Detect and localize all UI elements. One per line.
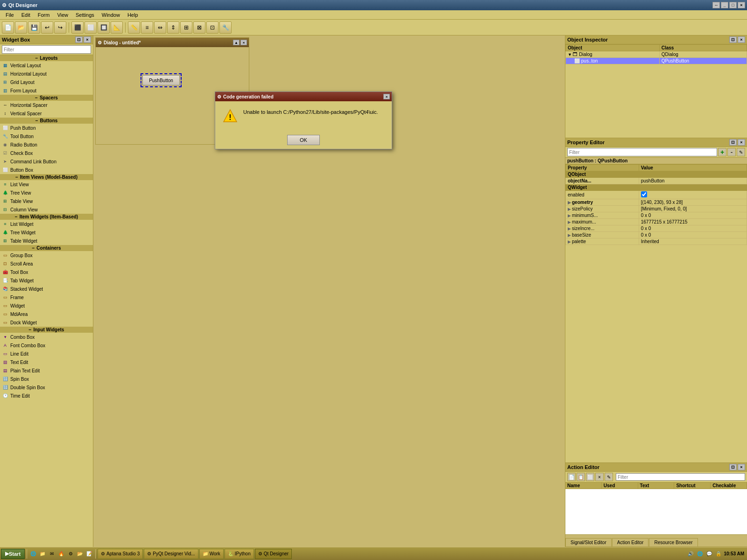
category-item-views[interactable]: Item Views (Model-Based) [0, 174, 93, 180]
toolbar-layout3[interactable]: 🔲 [98, 21, 110, 34]
prop-row-palette[interactable]: ▶palette Inherited [566, 238, 747, 245]
widget-tool-button[interactable]: 🔧 Tool Button [0, 132, 93, 140]
widget-command-link-button[interactable]: ➤ Command Link Button [0, 157, 93, 166]
category-buttons[interactable]: Buttons [0, 118, 93, 124]
widget-mdi-area[interactable]: ▭ MdiArea [0, 310, 93, 318]
action-new-btn[interactable]: 📄 [567, 473, 576, 481]
quicklaunch-1[interactable]: 🌐 [29, 550, 37, 558]
taskbar-qtdesigner[interactable]: ⚙ Qt Designer [255, 549, 292, 559]
maximize-button[interactable]: □ [729, 2, 737, 8]
category-spacers[interactable]: Spacers [0, 95, 93, 101]
toolbar-save[interactable]: 💾 [28, 21, 40, 34]
widget-time-edit[interactable]: 🕐 Time Edit [0, 392, 93, 400]
pushbutton[interactable]: PushButton [142, 75, 180, 85]
toolbar-align4[interactable]: ⇕ [167, 21, 179, 34]
widget-vertical-spacer[interactable]: ↕ Vertical Spacer [0, 109, 93, 118]
start-button[interactable]: ▶ Start [1, 549, 25, 559]
prop-row-geometry[interactable]: ▶geometry [(140, 230), 93 x 28] [566, 199, 747, 206]
category-layouts[interactable]: Layouts [0, 55, 93, 61]
widget-button-box[interactable]: ⬜ Button Box [0, 166, 93, 174]
widget-dock-widget[interactable]: ▭ Dock Widget [0, 318, 93, 327]
expand-geometry[interactable]: ▶ [568, 200, 571, 205]
widget-spin-box[interactable]: 🔢 Spin Box [0, 375, 93, 383]
toolbar-align1[interactable]: 📏 [128, 21, 140, 34]
tab-resource-browser[interactable]: Resource Browser [649, 538, 698, 546]
toolbar-layout2[interactable]: ⬜ [85, 21, 97, 34]
quicklaunch-5[interactable]: ⚙ [66, 550, 75, 558]
expand-basesize[interactable]: ▶ [568, 233, 571, 238]
property-edit-btn[interactable]: ✎ [737, 148, 745, 156]
property-filter-input[interactable] [567, 148, 717, 156]
property-add-btn[interactable]: + [718, 148, 726, 156]
prop-row-objectname[interactable]: objectNa... pushButton [566, 178, 747, 184]
widget-widget[interactable]: ▭ Widget [0, 301, 93, 310]
widget-line-edit[interactable]: ▭ Line Edit [0, 350, 93, 358]
quicklaunch-7[interactable]: 📝 [85, 550, 93, 558]
widget-vertical-layout[interactable]: ▦ Vertical Layout [0, 61, 93, 70]
menu-settings[interactable]: Settings [72, 12, 98, 18]
toolbar-open[interactable]: 📂 [15, 21, 27, 34]
action-copy-btn[interactable]: 📋 [577, 473, 585, 481]
dialog-close[interactable]: × [240, 40, 247, 45]
taskbar-work[interactable]: 📁 Work [199, 549, 224, 559]
tab-signal-slot-editor[interactable]: Signal/Slot Editor [565, 538, 612, 546]
taskbar-pyqt[interactable]: ⚙ PyQt Designer Vid... [144, 549, 198, 559]
widget-form-layout[interactable]: ▥ Form Layout [0, 86, 93, 95]
widget-box-float[interactable]: ⊡ [75, 36, 83, 43]
widget-box-close[interactable]: × [84, 36, 91, 43]
menu-view[interactable]: View [53, 12, 72, 18]
widget-filter-input[interactable] [2, 45, 91, 54]
widget-list-widget[interactable]: ≡ List Widget [0, 220, 93, 228]
widget-push-button[interactable]: ⬜ Push Button [0, 124, 93, 132]
action-editor-float[interactable]: ⊡ [729, 464, 737, 470]
widget-double-spin-box[interactable]: 🔢 Double Spin Box [0, 383, 93, 392]
toolbar-grid[interactable]: ⊞ [180, 21, 192, 34]
systray-3[interactable]: 💬 [705, 550, 713, 558]
systray-4[interactable]: 🔒 [714, 550, 723, 558]
quicklaunch-2[interactable]: 📁 [38, 550, 47, 558]
widget-tree-widget[interactable]: 🌲 Tree Widget [0, 228, 93, 237]
taskbar-ipython[interactable]: 🐍 IPython [225, 549, 254, 559]
object-inspector-close[interactable]: × [738, 36, 745, 43]
toolbar-layout1[interactable]: ⬛ [71, 21, 84, 34]
property-editor-float[interactable]: ⊡ [729, 139, 737, 146]
widget-horizontal-spacer[interactable]: ↔ Horizontal Spacer [0, 101, 93, 109]
canvas-area[interactable]: ⚙ Dialog - untitled* ▲ × PushButton ⚙ Co… [93, 35, 565, 547]
widget-text-edit[interactable]: ▤ Text Edit [0, 358, 93, 366]
close-button[interactable]: × [738, 2, 745, 8]
prop-row-minimumsize[interactable]: ▶minimumS... 0 x 0 [566, 212, 747, 219]
expand-sizepolicy[interactable]: ▶ [568, 207, 571, 211]
inspector-row-dialog[interactable]: ▼ 🗖 Dialog QDialog [566, 51, 747, 58]
systray-2[interactable]: 🌐 [696, 550, 704, 558]
widget-column-view[interactable]: ⊟ Column View [0, 205, 93, 214]
resize-button[interactable]: ↔ [712, 2, 720, 8]
object-inspector-float[interactable]: ⊡ [729, 36, 737, 43]
menu-help[interactable]: Help [124, 12, 142, 18]
toolbar-extra[interactable]: 🔧 [219, 21, 232, 34]
ok-button[interactable]: OK [287, 135, 320, 145]
menu-file[interactable]: File [2, 12, 18, 18]
action-editor-close[interactable]: × [738, 464, 745, 470]
prop-value[interactable] [639, 191, 747, 199]
widget-horizontal-layout[interactable]: ▤ Horizontal Layout [0, 70, 93, 78]
toolbar-align3[interactable]: ⇔ [154, 21, 166, 34]
widget-frame[interactable]: ▭ Frame [0, 293, 93, 301]
category-item-widgets[interactable]: Item Widgets (Item-Based) [0, 214, 93, 220]
widget-grid-layout[interactable]: ⊞ Grid Layout [0, 78, 93, 86]
widget-table-view[interactable]: ⊞ Table View [0, 197, 93, 205]
dialog-minimize[interactable]: ▲ [233, 40, 240, 45]
widget-group-box[interactable]: ▭ Group Box [0, 251, 93, 259]
toolbar-layout4[interactable]: 📐 [111, 21, 123, 34]
expand-maxsize[interactable]: ▶ [568, 220, 571, 224]
menu-form[interactable]: Form [34, 12, 54, 18]
prop-row-maximumsize[interactable]: ▶maximum... 16777215 x 16777215 [566, 219, 747, 225]
action-tool-btn[interactable]: ✎ [605, 473, 613, 481]
widget-stacked-widget[interactable]: 📚 Stacked Widget [0, 285, 93, 293]
widget-check-box[interactable]: ☑ Check Box [0, 149, 93, 157]
action-filter-input[interactable] [616, 473, 745, 481]
action-delete-btn[interactable]: ⬜ [586, 473, 594, 481]
action-edit-btn[interactable]: × [595, 473, 604, 481]
menu-window[interactable]: Window [98, 12, 124, 18]
taskbar-aptana[interactable]: ⚙ Aptana Studio 3 [98, 549, 143, 559]
quicklaunch-3[interactable]: ✉ [48, 550, 56, 558]
